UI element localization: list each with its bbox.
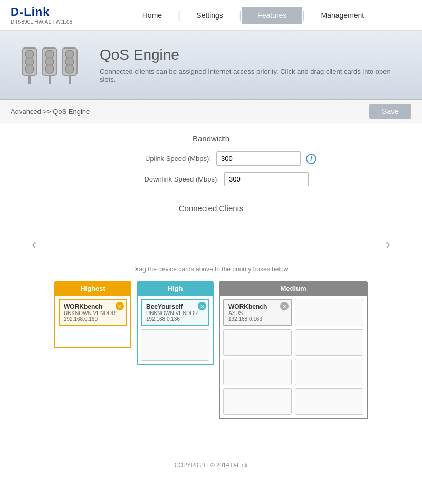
nav-features[interactable]: Features (242, 7, 302, 24)
priority-section: Highest ✕ WORKbench UNKNOWN VENDOR 192.1… (21, 281, 401, 419)
content-area: Bandwidth Uplink Speed (Mbps): i Downlin… (0, 123, 422, 430)
nav-home[interactable]: Home (127, 7, 178, 24)
close-icon[interactable]: ✕ (116, 302, 124, 310)
svg-rect-14 (69, 75, 71, 84)
carousel-prev-button[interactable]: ‹ (26, 236, 42, 253)
main-nav: Home | Settings | Features | Management (95, 7, 411, 24)
carousel-next-button[interactable]: › (380, 236, 396, 253)
bandwidth-title: Bandwidth (21, 134, 401, 143)
downlink-speed-input[interactable] (224, 172, 309, 186)
svg-point-3 (25, 65, 34, 73)
close-icon[interactable]: ✕ (280, 302, 289, 310)
banner-icon (16, 41, 84, 89)
uplink-info-icon[interactable]: i (306, 154, 316, 164)
downlink-row: Downlink Speed (Mbps): (21, 172, 401, 186)
downlink-label: Downlink Speed (Mbps): (113, 175, 219, 183)
client-ip: 192.168.0.163 (228, 316, 286, 322)
connected-clients-title: Connected Clients (21, 204, 401, 213)
list-item[interactable]: ✕ BeeYourself UNKNOWN VENDOR 192.168.0.1… (141, 299, 209, 326)
divider (21, 195, 401, 195)
page-description: Connected clients can be assigned Intern… (100, 68, 406, 83)
close-icon[interactable]: ✕ (198, 302, 206, 310)
client-ip: 192.168.0.136 (146, 316, 204, 322)
breadcrumb: Advanced >> QoS Engine (11, 108, 90, 116)
uplink-row: Uplink Speed (Mbps): i (21, 151, 401, 166)
empty-slot[interactable] (223, 359, 292, 385)
logo-area: D-Link DIR-890L HW:A1 FW:1.08 (11, 5, 95, 25)
nav-management[interactable]: Management (305, 7, 380, 24)
nav-settings[interactable]: Settings (180, 7, 239, 24)
drag-hint: Drag the device cards above to the prior… (21, 265, 401, 273)
medium-grid: ✕ WORKbench ASUS 192.168.0.163 (223, 299, 363, 415)
copyright-text: COPYRIGHT © 2014 D-Link (175, 462, 248, 468)
page-title: QoS Engine (100, 46, 406, 63)
client-name: WORKbench (228, 303, 286, 310)
client-name: BeeYourself (146, 303, 204, 310)
client-ip: 192.168.0.160 (64, 316, 122, 322)
connected-clients-section: Connected Clients ‹ › (21, 204, 401, 265)
uplink-label: Uplink Speed (Mbps): (106, 155, 211, 163)
priority-medium-col: Medium ✕ WORKbench ASUS 192.168.0.163 (219, 281, 368, 419)
empty-slot[interactable] (141, 329, 209, 361)
svg-point-8 (45, 65, 54, 73)
client-vendor: UNKNOWN VENDOR (64, 310, 122, 316)
empty-slot[interactable] (295, 359, 363, 385)
priority-highest-header: Highest (54, 281, 131, 296)
svg-rect-9 (49, 75, 51, 84)
header: D-Link DIR-890L HW:A1 FW:1.08 Home | Set… (0, 0, 422, 31)
list-item[interactable]: ✕ WORKbench ASUS 192.168.0.163 (223, 299, 292, 326)
empty-slot[interactable] (295, 329, 363, 356)
uplink-speed-input[interactable] (216, 151, 301, 166)
priority-medium-cards[interactable]: ✕ WORKbench ASUS 192.168.0.163 (219, 296, 368, 419)
empty-slot[interactable] (223, 388, 292, 415)
banner-text: QoS Engine Connected clients can be assi… (100, 46, 406, 83)
priority-medium-header: Medium (219, 281, 368, 296)
empty-slot[interactable] (295, 388, 363, 415)
carousel-content (42, 229, 380, 260)
priority-high-cards[interactable]: ✕ BeeYourself UNKNOWN VENDOR 192.168.0.1… (137, 296, 214, 365)
logo-sub: DIR-890L HW:A1 FW:1.08 (11, 19, 95, 25)
client-name: WORKbench (64, 303, 122, 310)
priority-high-col: High ✕ BeeYourself UNKNOWN VENDOR 192.16… (137, 281, 214, 419)
list-item[interactable]: ✕ WORKbench UNKNOWN VENDOR 192.168.0.160 (59, 299, 127, 326)
logo: D-Link (11, 5, 95, 19)
priority-high-header: High (137, 281, 214, 296)
empty-slot[interactable] (223, 329, 292, 356)
client-vendor: ASUS (228, 310, 286, 316)
breadcrumb-bar: Advanced >> QoS Engine Save (0, 100, 422, 123)
clients-carousel: ‹ › (21, 223, 401, 265)
client-vendor: UNKNOWN VENDOR (146, 310, 204, 316)
save-button[interactable]: Save (369, 104, 411, 119)
priority-highest-cards[interactable]: ✕ WORKbench UNKNOWN VENDOR 192.168.0.160 (54, 296, 131, 348)
footer: COPYRIGHT © 2014 D-Link (0, 451, 422, 479)
banner: QoS Engine Connected clients can be assi… (0, 31, 422, 100)
svg-rect-4 (28, 75, 31, 84)
priority-highest-col: Highest ✕ WORKbench UNKNOWN VENDOR 192.1… (54, 281, 131, 419)
svg-point-13 (65, 65, 74, 73)
empty-slot[interactable] (295, 299, 363, 326)
